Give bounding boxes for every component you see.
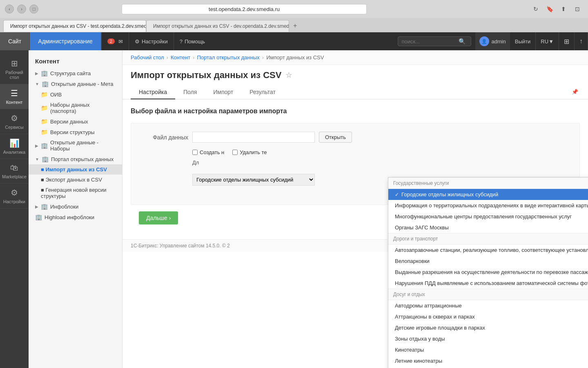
help-icon: ?	[180, 38, 183, 45]
favorite-star-icon[interactable]: ☆	[285, 71, 292, 80]
language-button[interactable]: RU ▼	[536, 32, 559, 50]
settings-button[interactable]: ⚙ Настройки	[129, 32, 174, 50]
bookmark-button[interactable]: 🔖	[544, 3, 555, 15]
sidebar-item-marketplace[interactable]: 🛍 Marketplace	[0, 159, 29, 184]
action-checkboxes: Создать н Удалить те	[192, 149, 571, 155]
sidebar-item-analytics[interactable]: 📊 Аналитика	[0, 134, 29, 159]
breadcrumb: Рабочий стол › Контент › Портал открытых…	[122, 50, 588, 65]
dropdown-item-playgrounds[interactable]: Детские игровые площадки в парках	[388, 322, 588, 333]
dropdown-item-stages[interactable]: Летние эстрады, сцены	[388, 366, 588, 368]
dropdown-item-autodrome[interactable]: Автодромы аттракционные	[388, 300, 588, 311]
breadcrumb-sep-2: ›	[193, 54, 194, 61]
sidebar-item-settings[interactable]: ⚙ Настройки	[0, 184, 29, 209]
content-area: Рабочий стол › Контент › Портал открытых…	[122, 50, 588, 368]
nav-open-data-portal[interactable]: ▼ 🏢 Портал открытых данных	[29, 154, 122, 164]
window-button[interactable]: ⊡	[572, 3, 583, 15]
forward-button[interactable]: ›	[17, 4, 26, 13]
delete-checkbox-label[interactable]: Удалить те	[232, 149, 267, 155]
pin-icon[interactable]: 📌	[570, 85, 580, 99]
page-title-area: Импорт открытых данных из CSV ☆	[122, 65, 588, 81]
dropdown-item-cinemas[interactable]: Кинотеатры	[388, 344, 588, 355]
reload-button[interactable]: ↻	[530, 3, 541, 15]
nav-data-versions[interactable]: 📁 Версии данных	[29, 116, 122, 127]
nav-site-structure[interactable]: ▶ 🏢 Структура сайта	[29, 68, 122, 79]
breadcrumb-import-csv: Импорт данных из CSV	[266, 54, 324, 61]
dropdown-item-subsidies[interactable]: ✓ Городские отделы жилищных субсидий	[388, 189, 588, 200]
create-checkbox[interactable]	[192, 150, 198, 155]
nav-datasets-passport[interactable]: 📁 Наборы данных (паспорта)	[29, 100, 122, 116]
analytics-label: Аналитика	[3, 150, 25, 155]
nav-infoblocks[interactable]: ▶ 🏢 Инфоблоки	[29, 201, 122, 212]
share-button[interactable]: ⬆	[558, 3, 569, 15]
grid-icon-button[interactable]: ⊞	[559, 32, 575, 50]
dropdown-item-gas-stations[interactable]: Автозаправочные станции, реализующие топ…	[388, 245, 588, 256]
file-input[interactable]	[192, 132, 315, 143]
admin-button[interactable]: Администрирование	[30, 32, 101, 50]
dropdown-item-territory-info[interactable]: Информация о территориальных подразделен…	[388, 200, 588, 211]
bookmark-nav-icon[interactable]: ↑	[575, 32, 588, 50]
dropdown-category-leisure: Досуг и отдых	[388, 289, 588, 300]
desktop-icon: ⊞	[11, 58, 18, 68]
dropdown-item-zags[interactable]: Органы ЗАГС Москвы	[388, 222, 588, 233]
breadcrumb-sep-3: ›	[262, 54, 264, 61]
search-icon[interactable]: 🔍	[459, 38, 466, 45]
search-input[interactable]	[401, 38, 459, 45]
sidebar-item-content[interactable]: ☰ Контент	[0, 84, 29, 109]
user-menu[interactable]: 👤 admin	[475, 32, 510, 50]
dropdown-item-bike-parking[interactable]: Велопарковки	[388, 256, 588, 267]
building-icon-6: 🏢	[35, 214, 42, 220]
breadcrumb-desktop[interactable]: Рабочий стол	[131, 54, 164, 61]
browser-titlebar: ‹ › □ test.opendata.2.dev.smedia.ru ↻ 🔖 …	[0, 0, 588, 18]
delete-checkbox[interactable]	[232, 150, 238, 155]
nav-import-csv[interactable]: ■ Импорт данных из CSV	[29, 164, 122, 175]
url-bar[interactable]: test.opendata.2.dev.smedia.ru	[122, 4, 367, 14]
nav-export-csv[interactable]: ■ Экспорт данных в CSV	[29, 175, 122, 185]
content-icon: ☰	[11, 88, 18, 98]
sidebar-item-desktop[interactable]: ⊞ Рабочий стол	[0, 54, 29, 84]
tab-label-2: Импорт открытых данных из CSV - dev.open…	[153, 23, 289, 29]
browser-tab-2[interactable]: Импорт открытых данных из CSV - dev.open…	[146, 20, 289, 32]
maximize-button[interactable]: □	[29, 4, 38, 13]
notifications-button[interactable]: 2 ✉	[101, 32, 129, 50]
breadcrumb-open-data-portal[interactable]: Портал открытых данных	[197, 54, 259, 61]
dropdown-item-mfc-label: Многофункциональные центры предоставлени…	[395, 213, 572, 220]
arrow-down-icon-2: ▼	[35, 157, 39, 162]
logout-label: Выйти	[515, 38, 531, 45]
breadcrumb-content[interactable]: Контент	[171, 54, 190, 61]
next-button[interactable]: Дальше ›	[139, 211, 178, 224]
nav-gen-structure[interactable]: ■ Генерация новой версии структуры	[29, 185, 122, 201]
dataset-select[interactable]: Городские отделы жилищных субсидий	[192, 174, 315, 186]
dropdown-item-bike-parking-label: Велопарковки	[395, 258, 430, 264]
dropdown-item-territory-info-label: Информация о территориальных подразделен…	[395, 202, 588, 209]
tab-settings[interactable]: Настройка	[131, 85, 175, 99]
dropdown-item-summer-cinemas[interactable]: Летние кинотеатры	[388, 355, 588, 366]
nav-highload-infoblocks[interactable]: 🏢 Highload инфоблоки	[29, 212, 122, 222]
browser-tab-active[interactable]: Импорт открытых данных из CSV - test.ope…	[3, 20, 146, 32]
dropdown-item-rest-zones[interactable]: Зоны отдыха у воды	[388, 333, 588, 344]
tab-import[interactable]: Импорт	[205, 85, 241, 99]
file-open-button[interactable]: Открыть	[319, 132, 352, 143]
logout-button[interactable]: Выйти	[510, 32, 536, 50]
help-button[interactable]: ? Помощь	[174, 32, 211, 50]
tab-fields[interactable]: Поля	[175, 85, 205, 99]
footer-text: 1С-Битрикс: Управление сайтом 14.5.0. © …	[131, 243, 230, 249]
nav-oiv[interactable]: 📁 ОИВ	[29, 89, 122, 100]
dropdown-item-mfc[interactable]: Многофункциональные центры предоставлени…	[388, 211, 588, 222]
dropdown-item-attractions[interactable]: Аттракционы в скверах и парках	[388, 311, 588, 322]
nav-open-data-meta[interactable]: ▼ 🏢 Открытые данные - Мета	[29, 79, 122, 89]
create-checkbox-label[interactable]: Создать н	[192, 149, 224, 155]
services-label: Сервисы	[5, 125, 24, 130]
dropdown-item-taxi-permits[interactable]: Выданные разрешения на осуществление дея…	[388, 267, 588, 278]
site-button[interactable]: Сайт	[0, 32, 30, 50]
building-icon-3: 🏢	[41, 142, 48, 149]
for-label: Дл	[192, 159, 571, 166]
sidebar-item-services[interactable]: ⚙ Сервисы	[0, 109, 29, 134]
dropdown-item-pdd-violations[interactable]: Нарушения ПДД выявляемые с использование…	[388, 278, 588, 289]
tab-add-button[interactable]: +	[289, 20, 301, 32]
app-wrapper: Сайт Администрирование 2 ✉ ⚙ Настройки ?…	[0, 32, 588, 368]
nav-open-data-sets[interactable]: ▶ 🏢 Открытые данные - Наборы	[29, 137, 122, 154]
back-button[interactable]: ‹	[5, 4, 14, 13]
notifications-badge: 2	[107, 38, 115, 44]
nav-structure-versions[interactable]: 📁 Версии структуры	[29, 127, 122, 137]
tab-result[interactable]: Результат	[241, 85, 284, 99]
